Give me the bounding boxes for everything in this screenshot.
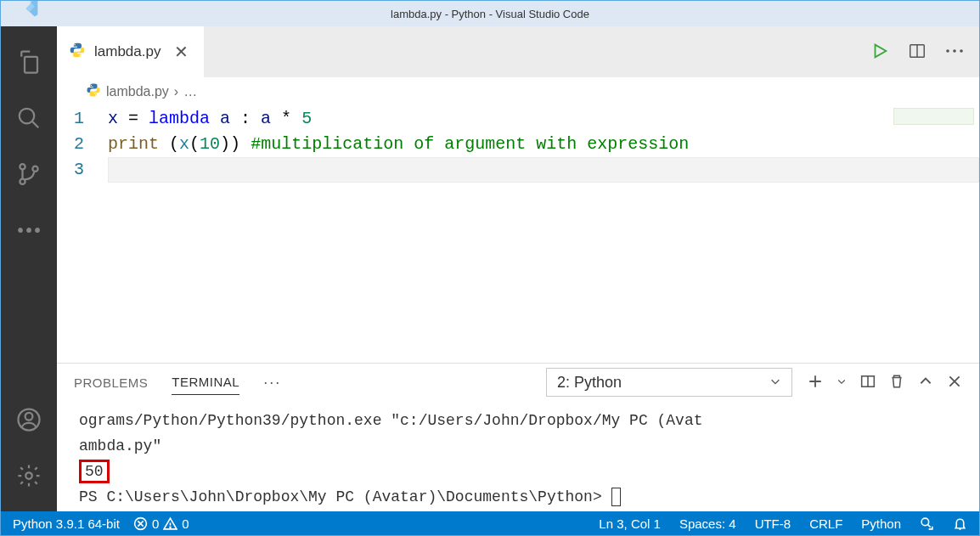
vscode-logo-icon [18, 0, 42, 22]
search-icon[interactable] [8, 98, 49, 138]
svg-point-5 [27, 229, 31, 232]
terminal-cursor [611, 488, 621, 506]
panel-more-icon[interactable]: ··· [263, 374, 281, 392]
svg-point-17 [91, 85, 93, 87]
svg-point-23 [170, 527, 171, 528]
status-language-mode[interactable]: Python [861, 516, 901, 531]
terminal-prompt-line: PS C:\Users\John\Dropbox\My PC (Avatar)\… [79, 484, 962, 510]
editor-actions [870, 42, 964, 63]
close-panel-icon[interactable] [947, 374, 962, 392]
terminal-selector-value: 2: Python [557, 374, 622, 392]
tab-filename: lambda.py [94, 43, 161, 60]
terminal-line: ograms/Python/Python39/python.exe "c:/Us… [79, 408, 962, 433]
split-terminal-icon[interactable] [860, 374, 876, 392]
minimap[interactable] [893, 108, 974, 125]
line-number: 2 [57, 132, 84, 157]
svg-point-15 [953, 49, 956, 53]
panel-tabs: PROBLEMS TERMINAL ··· 2: Python [57, 364, 979, 401]
svg-point-3 [32, 166, 37, 172]
code-content[interactable]: x = lambda a : a * 5 print (x(10)) #mult… [108, 106, 979, 363]
breadcrumb-more: … [183, 84, 197, 99]
status-indentation[interactable]: Spaces: 4 [679, 516, 736, 531]
svg-point-6 [36, 229, 39, 232]
more-icon[interactable] [8, 210, 49, 251]
python-file-icon [86, 82, 101, 101]
close-tab-icon[interactable]: ✕ [174, 42, 189, 62]
maximize-panel-icon[interactable] [918, 374, 933, 392]
status-problems[interactable]: 0 0 [133, 516, 189, 531]
main-area: lambda.py ✕ lambda.py › … [1, 26, 979, 511]
editor-area: lambda.py ✕ lambda.py › … [57, 26, 979, 511]
breadcrumb-separator: › [174, 84, 178, 99]
chevron-down-icon [769, 374, 781, 392]
split-terminal-chevron-icon[interactable] [836, 375, 847, 389]
status-python-version[interactable]: Python 3.9.1 64-bit [13, 516, 120, 531]
svg-point-14 [946, 49, 949, 53]
svg-point-10 [74, 43, 76, 45]
status-feedback-icon[interactable] [920, 516, 934, 531]
terminal-prompt: PS C:\Users\John\Dropbox\My PC (Avatar)\… [79, 488, 611, 505]
svg-point-4 [19, 229, 22, 232]
status-cursor-position[interactable]: Ln 3, Col 1 [599, 516, 661, 531]
tab-terminal[interactable]: TERMINAL [172, 375, 239, 395]
status-bar: Python 3.9.1 64-bit 0 0 Ln 3, Col 1 Spac… [1, 511, 979, 535]
terminal-output-highlight: 50 [79, 460, 110, 483]
terminal-selector[interactable]: 2: Python [546, 368, 792, 397]
bottom-panel: PROBLEMS TERMINAL ··· 2: Python [57, 363, 979, 511]
tab-problems[interactable]: PROBLEMS [74, 375, 148, 390]
code-line[interactable]: print (x(10)) #multiplication of argumen… [108, 132, 979, 157]
tab-lambda-py[interactable]: lambda.py ✕ [57, 26, 204, 77]
breadcrumb[interactable]: lambda.py › … [57, 77, 979, 104]
editor-more-icon[interactable] [945, 42, 964, 63]
line-number: 3 [57, 157, 84, 183]
code-editor[interactable]: 1 2 3 x = lambda a : a * 5 print (x(10))… [57, 104, 979, 363]
terminal-line: ambda.py" [79, 433, 962, 459]
editor-tabs: lambda.py ✕ [57, 26, 979, 77]
svg-point-0 [20, 109, 35, 124]
terminal-line: 50 [79, 459, 962, 484]
breadcrumb-file: lambda.py [106, 84, 169, 99]
svg-point-9 [25, 472, 32, 479]
activity-bar [1, 26, 57, 511]
new-terminal-icon[interactable] [808, 374, 823, 392]
python-file-icon [69, 42, 86, 63]
error-icon [133, 516, 148, 531]
status-eol[interactable]: CRLF [809, 516, 842, 531]
line-gutter: 1 2 3 [57, 106, 108, 363]
settings-gear-icon[interactable] [8, 455, 49, 496]
window-title: lambda.py - Python - Visual Studio Code [391, 8, 589, 20]
code-line-current[interactable] [108, 157, 979, 183]
svg-point-1 [20, 164, 25, 169]
accounts-icon[interactable] [8, 399, 49, 440]
status-encoding[interactable]: UTF-8 [755, 516, 791, 531]
svg-point-24 [921, 518, 929, 526]
svg-point-2 [20, 179, 25, 184]
svg-point-16 [960, 49, 963, 53]
kill-terminal-icon[interactable] [889, 374, 904, 392]
svg-point-18 [95, 94, 97, 96]
source-control-icon[interactable] [8, 154, 49, 195]
svg-point-11 [79, 54, 81, 56]
terminal-output[interactable]: ograms/Python/Python39/python.exe "c:/Us… [57, 401, 979, 511]
split-editor-icon[interactable] [908, 42, 926, 63]
explorer-icon[interactable] [8, 42, 49, 82]
code-line[interactable]: x = lambda a : a * 5 [108, 106, 979, 132]
svg-point-8 [25, 413, 33, 420]
warning-icon [163, 516, 177, 531]
line-number: 1 [57, 106, 84, 132]
run-icon[interactable] [870, 42, 889, 63]
status-notifications-icon[interactable] [953, 516, 967, 531]
title-bar: lambda.py - Python - Visual Studio Code [1, 1, 979, 26]
